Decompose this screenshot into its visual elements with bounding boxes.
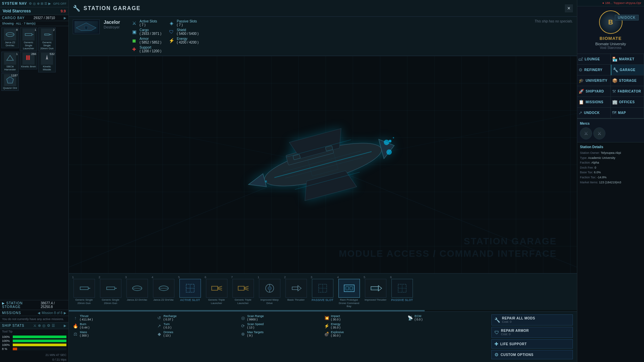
inv-item-kinetic-missile[interactable]: 532 Kinetic Missile [38, 52, 56, 72]
stat-turn: ↗ Turn ( 0.3 ) [157, 322, 238, 329]
ship-stats-expand[interactable]: ▶ [64, 324, 66, 327]
scan-speed-label: Scan Speed [247, 322, 264, 326]
slot-box-p3-passive[interactable] [312, 279, 333, 298]
mission-prev[interactable]: ◀ [38, 311, 40, 315]
nav-market[interactable]: 🏪 MARKET [611, 54, 644, 65]
thrust-content: Thrust ( 411.84 ) [80, 314, 93, 321]
equip-slot-2[interactable]: 2 Generic Single 20mm Gun [98, 276, 123, 305]
inv-item-generic-launcher[interactable]: 1 Generic Single Launcher [20, 27, 37, 51]
close-button[interactable]: × [565, 4, 573, 12]
stat-col-1: ↑ Thrust ( 411.84 ) 🔥 Burn ( 0.44 ) ⚖ Ma… [73, 314, 155, 337]
support-val: ( 1200 / 1200 ) [140, 49, 161, 53]
nav-icon-1[interactable]: ⚙ [29, 2, 32, 5]
station-market-items-value: 123 (184219)m3 [599, 181, 621, 184]
slot-box-4[interactable] [153, 279, 174, 298]
mission-next[interactable]: ▶ [64, 311, 66, 315]
equipment-row[interactable]: 1 Generic Single 20mm Gun 2 Generic Sing… [69, 273, 577, 310]
cargo-expand-icon[interactable]: ▶ [64, 16, 66, 20]
recharge-label: Recharge [164, 314, 177, 318]
inv-item-20mm[interactable]: 2 Generic Single 20mm Gun [38, 27, 56, 51]
station-owner-value: Telyoupea Akpi [601, 151, 621, 155]
slot-box-p5[interactable] [365, 279, 386, 298]
armor-val: ( 5852 / 5852 ) [140, 41, 161, 44]
slot-box-7[interactable] [232, 279, 254, 298]
nav-storage[interactable]: 📦 STORAGE [611, 75, 644, 86]
custom-options-button[interactable]: ⚙ CUSTOM OPTIONS [491, 350, 573, 359]
active-slots-val: ( 7 ) [140, 23, 157, 27]
nav-icon-5[interactable]: ☰ [44, 2, 47, 5]
inv-item-harvester[interactable]: 1 SBCiii Harvester [1, 52, 19, 72]
inv-name-launcher: Generic Single Launcher [21, 41, 36, 50]
repair-all-mods-button[interactable]: 🔧 REPAIR ALL MODS Cost: 0 [491, 314, 573, 325]
slot-box-1[interactable] [73, 279, 95, 298]
nav-offices[interactable]: 🏢 OFFICES [611, 97, 644, 108]
nav-icon-expand[interactable]: ▶ [48, 2, 51, 5]
passive-slots-val: ( 7 ) [177, 23, 197, 27]
slot-box-6[interactable] [206, 279, 227, 298]
slot-box-p6-passive[interactable] [391, 279, 413, 298]
equip-slot-4[interactable]: 4 Janca Z2 DreVac [151, 276, 176, 302]
biomate-logo-text: B [608, 18, 613, 26]
merc-item-2[interactable]: ⚔ [593, 127, 605, 139]
merc-item-1[interactable]: ⚔ [580, 127, 592, 139]
stat-item-support: ✚ Support ( 1200 / 1200 ) [131, 46, 161, 53]
equip-slot-7[interactable]: 7 Generic Triple Launcher [230, 276, 256, 305]
equip-slot-p4[interactable]: 4 Rare Prototype Drone Command Bay [336, 276, 362, 308]
nav-lounge[interactable]: 🛋 LOUNGE [577, 54, 611, 65]
slot-box-2[interactable] [100, 279, 121, 298]
lounge-label: LOUNGE [585, 57, 600, 61]
equip-slot-p3-empty[interactable]: 3 PASSIVE SLOT [310, 276, 335, 302]
equip-slot-1[interactable]: 1 Generic Single 20mm Gun [71, 276, 97, 305]
inv-item-kinetic8mm[interactable]: 266 Kinetic 8mm [20, 52, 37, 69]
nav-university[interactable]: 🎓 UNIVERSITY [577, 75, 611, 86]
inv-item-quazor[interactable]: 1187 Quazor Ore [1, 73, 19, 91]
slot-num-3: 3 [125, 276, 127, 279]
nav-icon-3[interactable]: ⊕ [37, 2, 40, 5]
svg-line-52 [218, 289, 222, 290]
bottom-stats: ↑ Thrust ( 411.84 ) 🔥 Burn ( 0.44 ) ⚖ Ma… [69, 311, 577, 362]
inv-item-jarca[interactable]: 8 Jarca Z2 DreVac [1, 27, 19, 48]
repair-armor-button[interactable]: 🛡 REPAIR ARMOR Cost: 0 [491, 327, 573, 338]
svg-line-56 [244, 289, 249, 290]
stats-icon-4[interactable]: ⚙ [47, 323, 50, 328]
svg-point-37 [265, 180, 267, 182]
nav-missions[interactable]: 📋 MISSIONS [577, 97, 611, 108]
scan-speed-icon: ⟳ [240, 323, 246, 328]
equip-slot-p2[interactable]: 2 Basic Thruster [283, 276, 309, 302]
equip-slot-p5[interactable]: 5 Improved Thruster [363, 276, 388, 302]
equip-slot-p1[interactable]: 1 Improved Warp Drive [257, 276, 282, 305]
cargo-text: Cargo ( 2933 / 3971 ) [140, 28, 161, 36]
equip-slot-3[interactable]: 3 Janca Z2 DreVac [124, 276, 150, 302]
equip-slot-5-active[interactable]: 5 ACTIVE SLOT [177, 276, 203, 302]
inv-qty-1b: 1 [16, 52, 18, 56]
slot-box-5-active[interactable] [179, 279, 201, 298]
nav-garage[interactable]: 🔧 GARAGE [611, 65, 644, 75]
equip-slot-6[interactable]: 6 Generic Triple Launcher [204, 276, 229, 305]
nav-refinery[interactable]: ⚙ REFINERY [577, 65, 611, 75]
slot-box-p2[interactable] [285, 279, 307, 298]
equip-slot-p6-empty[interactable]: 6 PASSIVE SLOT [389, 276, 415, 302]
stats-icon-5[interactable]: ☰ [52, 323, 55, 328]
nav-shipyard[interactable]: 🚀 SHIPYARD [577, 86, 611, 97]
slot-box-3[interactable] [126, 279, 148, 298]
nav-undock[interactable]: ↗ UNDOCK [577, 108, 611, 118]
unidock-button[interactable]: UNIDOCK [615, 15, 639, 20]
stat-pct-1: 100% [2, 335, 11, 339]
nav-fabricator[interactable]: ⚒ FABRICATOR [611, 86, 644, 97]
life-support-button[interactable]: ✚ LIFE SUPPORT [491, 339, 573, 349]
stats-icon-2[interactable]: ⊕ [38, 323, 41, 328]
nav-icon-4[interactable]: ⊞ [41, 2, 43, 5]
stats-icon-1[interactable]: ⚔ [33, 323, 37, 328]
stat-bar-1 [13, 336, 66, 338]
stat-thrust: ↑ Thrust ( 411.84 ) [73, 314, 155, 321]
stats-icon-3[interactable]: ◎ [42, 323, 46, 328]
mass-icon: ⚖ [73, 331, 78, 337]
slot-box-p4-selected[interactable] [338, 279, 360, 298]
stat-timer: 21 MIN 47 SEC [0, 353, 68, 357]
nav-map[interactable]: 🗺 MAP [611, 108, 644, 118]
slot-box-p1[interactable] [259, 279, 280, 298]
torrent-header: ● 188... Торрент-Игруха.Орг [577, 0, 644, 6]
missions-label: MISSIONS [2, 311, 21, 315]
ship-class: Destroyer [104, 25, 120, 29]
nav-icon-2[interactable]: ◎ [33, 2, 36, 5]
